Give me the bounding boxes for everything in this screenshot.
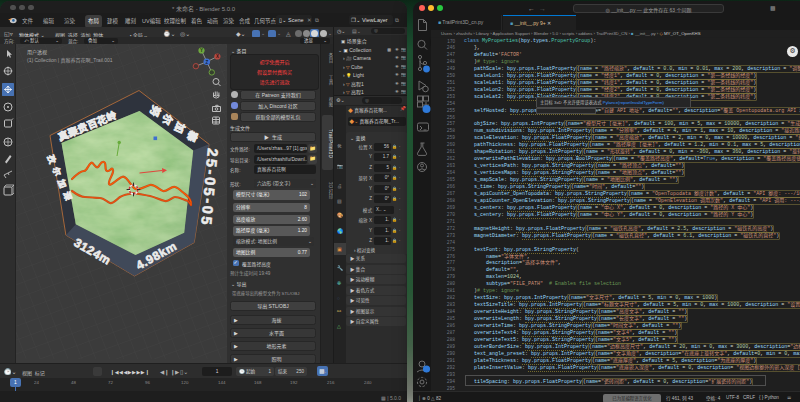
svg-text:Z: Z: [205, 60, 208, 65]
svg-text:Y: Y: [200, 48, 203, 53]
svg-text:X: X: [216, 54, 219, 59]
